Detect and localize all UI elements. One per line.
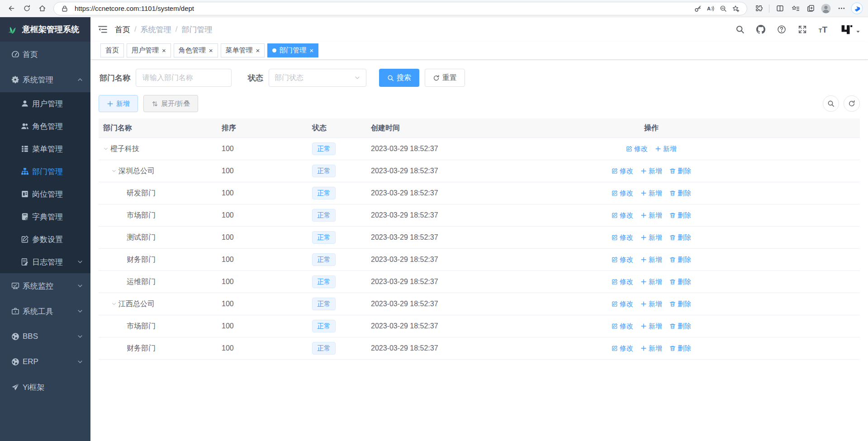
user-avatar-logo[interactable] xyxy=(841,24,853,35)
github-icon[interactable] xyxy=(756,25,765,34)
row-delete-link[interactable]: 删除 xyxy=(669,211,691,220)
row-delete-link[interactable]: 删除 xyxy=(669,167,691,175)
tab-角色管理[interactable]: 角色管理× xyxy=(174,43,218,57)
row-add-link[interactable]: 新增 xyxy=(640,256,662,264)
sidebar-item-dept[interactable]: 部门管理 xyxy=(0,160,90,183)
row-delete-link[interactable]: 删除 xyxy=(669,233,691,242)
tree-expand-icon[interactable] xyxy=(111,300,119,308)
row-edit-link[interactable]: 修改 xyxy=(612,322,633,331)
tab-菜单管理[interactable]: 菜单管理× xyxy=(221,43,265,57)
search-button[interactable]: 搜索 xyxy=(379,69,419,87)
zoom-out-icon[interactable] xyxy=(717,3,730,14)
sidebar-item-user[interactable]: 用户管理 xyxy=(0,92,90,115)
bing-icon[interactable] xyxy=(849,2,864,15)
favorites-icon[interactable] xyxy=(787,2,803,15)
search-icon[interactable] xyxy=(735,25,745,34)
row-edit-link[interactable]: 修改 xyxy=(612,344,633,353)
reload-icon[interactable] xyxy=(19,2,34,15)
row-delete-link[interactable]: 删除 xyxy=(669,256,691,264)
font-size-icon[interactable]: TT xyxy=(819,25,827,34)
edit-icon xyxy=(612,279,618,285)
caret-down-icon[interactable] xyxy=(855,29,861,34)
row-edit-link[interactable]: 修改 xyxy=(626,145,648,153)
sidebar-item-yi[interactable]: Yi框架 xyxy=(0,375,90,400)
tree-expand-icon[interactable] xyxy=(103,145,110,152)
row-add-link[interactable]: 新增 xyxy=(640,300,662,308)
sidebar-item-param[interactable]: 参数设置 xyxy=(0,228,90,251)
row-delete-link[interactable]: 删除 xyxy=(669,300,691,308)
tab-部门管理[interactable]: 部门管理× xyxy=(267,43,318,57)
status-badge: 正常 xyxy=(312,320,336,332)
chevron-down-icon xyxy=(77,359,83,365)
tab-用户管理[interactable]: 用户管理× xyxy=(127,43,171,57)
row-edit-link[interactable]: 修改 xyxy=(612,211,633,220)
row-delete-link[interactable]: 删除 xyxy=(669,344,691,353)
row-edit-link[interactable]: 修改 xyxy=(612,256,633,264)
tree-expand-icon[interactable] xyxy=(111,167,119,175)
row-add-link[interactable]: 新增 xyxy=(640,167,662,175)
row-add-link[interactable]: 新增 xyxy=(640,233,662,242)
sidebar-item-dict[interactable]: 字典管理 xyxy=(0,205,90,228)
row-add-link[interactable]: 新增 xyxy=(640,211,662,220)
close-icon[interactable]: × xyxy=(256,47,260,54)
help-icon[interactable] xyxy=(777,25,786,34)
back-icon[interactable] xyxy=(4,2,19,15)
tab-首页[interactable]: 首页 xyxy=(100,43,124,57)
cell-dept-name: 江西总公司 xyxy=(99,293,217,315)
sidebar-item-log[interactable]: 日志管理 xyxy=(0,251,90,273)
sidebar-item-system[interactable]: 系统管理 xyxy=(0,67,90,92)
dept-name-input[interactable] xyxy=(136,69,232,87)
row-edit-link[interactable]: 修改 xyxy=(612,167,633,175)
toggle-search-button[interactable] xyxy=(823,95,839,112)
row-edit-link[interactable]: 修改 xyxy=(612,278,633,286)
sidebar-item-erp[interactable]: ERP xyxy=(0,349,90,375)
address-bar[interactable]: https://ccnetcore.com:1101/system/dept A xyxy=(53,2,747,15)
row-delete-link[interactable]: 删除 xyxy=(669,278,691,286)
app-logo[interactable]: 意框架管理系统 xyxy=(0,17,90,42)
status-select[interactable]: 部门状态 xyxy=(269,69,366,87)
read-aloud-icon[interactable]: A xyxy=(704,3,717,14)
url-text[interactable]: https://ccnetcore.com:1101/system/dept xyxy=(75,5,692,12)
sidebar-item-home[interactable]: 首页 xyxy=(0,42,90,67)
fullscreen-icon[interactable] xyxy=(798,25,807,34)
extensions-icon[interactable] xyxy=(751,2,766,15)
sidebar-item-monitor[interactable]: 系统监控 xyxy=(0,273,90,299)
trash-icon xyxy=(669,190,676,196)
close-icon[interactable]: × xyxy=(309,47,313,54)
row-add-link[interactable]: 新增 xyxy=(655,145,677,153)
add-button[interactable]: 新增 xyxy=(99,95,138,112)
sidebar-item-bbs[interactable]: BBS xyxy=(0,324,90,349)
plus-icon xyxy=(640,190,647,196)
more-icon[interactable] xyxy=(834,2,849,15)
refresh-table-button[interactable] xyxy=(844,95,860,112)
row-edit-link[interactable]: 修改 xyxy=(612,300,633,308)
cell-status: 正常 xyxy=(308,337,366,359)
cell-order: 100 xyxy=(217,138,308,160)
close-icon[interactable]: × xyxy=(209,47,213,54)
sidebar-item-tools[interactable]: 系统工具 xyxy=(0,299,90,324)
key-icon[interactable] xyxy=(692,3,704,14)
row-edit-link[interactable]: 修改 xyxy=(612,233,633,242)
collapse-sidebar-icon[interactable] xyxy=(98,24,108,34)
collections-icon[interactable] xyxy=(803,2,818,15)
reset-button[interactable]: 重置 xyxy=(425,69,465,87)
row-add-link[interactable]: 新增 xyxy=(640,344,662,353)
row-add-link[interactable]: 新增 xyxy=(640,322,662,331)
sidebar-item-role[interactable]: 角色管理 xyxy=(0,115,90,138)
star-plus-icon[interactable] xyxy=(730,3,742,14)
expand-collapse-button[interactable]: 展开/折叠 xyxy=(143,95,198,112)
sidebar-item-menu[interactable]: 菜单管理 xyxy=(0,138,90,160)
split-screen-icon[interactable] xyxy=(772,2,787,15)
row-add-link[interactable]: 新增 xyxy=(640,278,662,286)
profile-avatar[interactable] xyxy=(818,2,834,15)
row-delete-link[interactable]: 删除 xyxy=(669,189,691,198)
row-add-link[interactable]: 新增 xyxy=(640,189,662,198)
row-edit-link[interactable]: 修改 xyxy=(612,189,633,198)
home-icon[interactable] xyxy=(34,2,50,15)
close-icon[interactable]: × xyxy=(162,47,166,54)
sidebar-item-post[interactable]: 岗位管理 xyxy=(0,183,90,205)
row-delete-link[interactable]: 删除 xyxy=(669,322,691,331)
breadcrumb-item[interactable]: 首页 xyxy=(115,24,130,35)
column-header: 操作 xyxy=(547,119,755,138)
org-icon xyxy=(21,167,29,175)
